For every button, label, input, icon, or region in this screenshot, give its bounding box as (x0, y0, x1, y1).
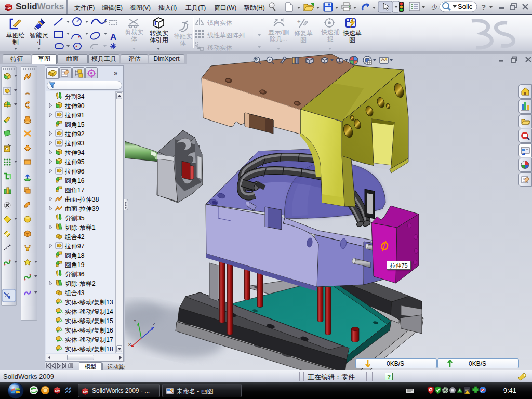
svg-text:9:41: 9:41 (503, 387, 516, 394)
svg-text:SW: SW (5, 6, 11, 10)
svg-text:X: X (128, 342, 131, 347)
svg-text:Solic: Solic (458, 3, 473, 10)
svg-text:SW: SW (83, 390, 88, 393)
svg-text:+: + (297, 18, 300, 24)
svg-text:Y: Y (134, 318, 137, 323)
svg-text:SW: SW (55, 389, 60, 392)
svg-text:?: ? (481, 3, 486, 11)
svg-text:Z: Z (153, 322, 155, 326)
svg-text:A: A (110, 32, 116, 42)
